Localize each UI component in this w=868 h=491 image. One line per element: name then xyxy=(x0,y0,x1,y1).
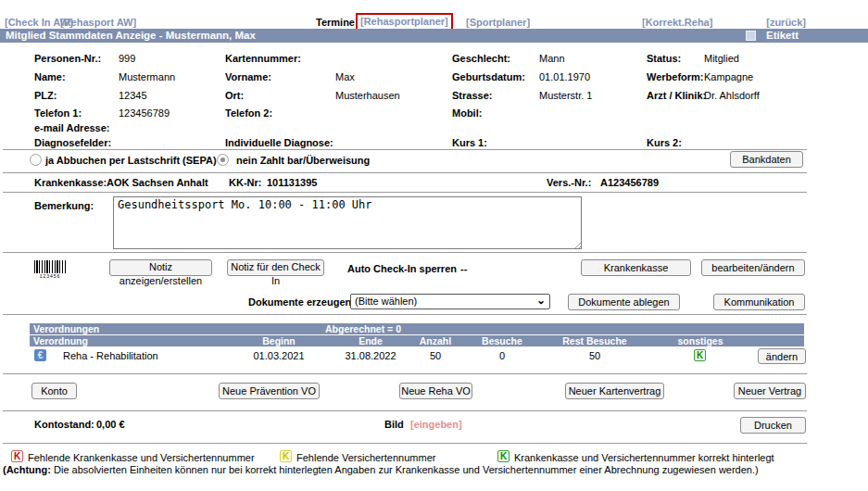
legend-red-text: Fehlende Krankenkasse und Versichertennu… xyxy=(28,452,255,463)
plz-value: 12345 xyxy=(119,90,147,101)
verordnung-besuche: 0 xyxy=(470,350,535,361)
col-anzahl: Anzahl xyxy=(403,335,468,346)
kontostand-value: 0,00 € xyxy=(96,419,125,430)
nav-rehasport-aw[interactable]: [Rehasport AW] xyxy=(60,17,136,28)
col-beginn: Beginn xyxy=(237,335,321,346)
werbeform-label: Werbeform: xyxy=(647,71,704,82)
vers-nr-value: A123456789 xyxy=(600,177,659,188)
verordnung-anzahl: 50 xyxy=(403,350,468,361)
nav-korrekt-reha[interactable]: [Korrekt.Reha] xyxy=(642,17,712,28)
vorname-label: Vorname: xyxy=(225,71,271,82)
legend-yellow-text: Fehlende Versichertennummer xyxy=(296,452,435,463)
notiz-anzeigen-button[interactable]: Notiz anzeigen/erstellen xyxy=(109,259,212,276)
verordnungen-column-header: Verordnung Beginn Ende Anzahl Besuche Re… xyxy=(30,335,804,346)
separator xyxy=(3,149,807,150)
kk-nr-label: KK-Nr: xyxy=(229,177,261,188)
verordnung-name: Reha - Rehabilitation xyxy=(63,350,158,361)
vorname-value: Max xyxy=(335,71,355,82)
status-label: Status: xyxy=(647,53,681,64)
werbeform-value: Kampagne xyxy=(704,71,753,82)
etikett-checkbox[interactable] xyxy=(746,31,756,41)
title-bar: Mitglied Stammdaten Anzeige - Mustermann… xyxy=(0,29,868,43)
drucken-button[interactable]: Drucken xyxy=(740,417,806,434)
radio-bar-ueberweisung[interactable] xyxy=(217,154,229,166)
kurs1-label: Kurs 1: xyxy=(452,137,487,148)
nav-zurueck[interactable]: [zurück] xyxy=(766,17,806,28)
euro-icon: € xyxy=(34,349,46,361)
legend-achtung-note: (Achtung: Die absolvierten Einheiten kön… xyxy=(3,464,759,475)
chevron-down-icon: ⌄ xyxy=(536,294,546,308)
nav-sportplaner[interactable]: [Sportplaner] xyxy=(466,17,530,28)
status-value: Mitglied xyxy=(704,53,739,64)
name-value: Mustermann xyxy=(119,71,175,82)
personen-nr-label: Personen-Nr.: xyxy=(34,53,101,64)
dokumente-select[interactable]: (Bitte wählen) ⌄ xyxy=(350,294,550,309)
kurs2-label: Kurs 2: xyxy=(647,137,682,148)
individuelle-diagnose-label: Individuelle Diagnose: xyxy=(225,137,333,148)
telefon2-label: Telefon 2: xyxy=(225,107,272,119)
k-yellow-icon: K xyxy=(280,450,292,462)
member-barcode: 123456 xyxy=(34,260,66,279)
geburtsdatum-label: Geburtsdatum: xyxy=(452,71,525,82)
col-sonstiges: sonstiges xyxy=(659,335,742,346)
personen-nr-value: 999 xyxy=(119,53,135,64)
geschlecht-label: Geschlecht: xyxy=(452,53,510,64)
abgerechnet-label: Abgerechnet = 0 xyxy=(298,323,428,334)
neuer-vertrag-button[interactable]: Neuer Vertrag xyxy=(734,383,806,399)
separator xyxy=(3,373,807,374)
separator xyxy=(3,410,807,411)
legend-green-text: Krankenkasse und Versichertennummer korr… xyxy=(514,452,774,463)
geburtsdatum-value: 01.01.1970 xyxy=(539,71,590,82)
auto-checkin-label: Auto Check-In sperren xyxy=(347,263,457,274)
aendern-button[interactable]: ändern xyxy=(758,348,806,364)
verordnung-rest-besuche: 50 xyxy=(544,350,646,361)
radio-lastschrift-label: ja Abbuchen per Lastschrift (SEPA) xyxy=(45,155,217,166)
top-navigation: [Check In AW] [Rehasport AW] Termine [Re… xyxy=(0,15,868,30)
separator xyxy=(3,314,807,315)
telefon1-label: Telefon 1: xyxy=(34,107,82,119)
arzt-klinik-label: Arzt / Klinik: xyxy=(647,90,706,101)
diagnosefelder-label: Diagnosefelder: xyxy=(34,137,111,148)
bemerkung-label: Bemerkung: xyxy=(34,200,94,211)
neuer-kartenvertrag-button[interactable]: Neuer Kartenvertrag xyxy=(565,383,664,399)
bild-label: Bild xyxy=(384,419,404,430)
page-title: Mitglied Stammdaten Anzeige - Mustermann… xyxy=(6,29,256,43)
neue-praevention-vo-button[interactable]: Neue Prävention VO xyxy=(219,383,320,399)
verordnung-beginn: 01.03.2021 xyxy=(237,350,321,361)
krankenkasse-button[interactable]: Krankenkasse xyxy=(581,259,691,276)
strasse-value: Musterstr. 1 xyxy=(539,90,592,101)
strasse-label: Strasse: xyxy=(452,90,492,101)
bemerkung-textarea[interactable]: Gesundheitssport Mo. 10:00 - 11:00 Uhr xyxy=(113,196,582,249)
notiz-checkin-button[interactable]: Notiz für den Check In xyxy=(227,259,324,276)
dokumente-ablegen-button[interactable]: Dokumente ablegen xyxy=(568,294,680,310)
kontostand-label: Kontostand: xyxy=(34,419,94,430)
table-row: € Reha - Rehabilitation 01.03.2021 31.08… xyxy=(30,349,804,366)
bankdaten-button[interactable]: Bankdaten xyxy=(730,151,803,168)
bearbeiten-aendern-button[interactable]: bearbeiten/ändern xyxy=(701,259,805,276)
separator xyxy=(3,172,807,173)
auto-checkin-value: -- xyxy=(460,263,467,274)
k-red-icon: K xyxy=(11,450,23,462)
nav-rehasportplaner[interactable]: [Rehasportplaner] xyxy=(360,16,448,27)
krankenkasse-value: AOK Sachsen Anhalt xyxy=(107,177,208,188)
kk-nr-value: 101131395 xyxy=(267,177,317,188)
separator xyxy=(3,192,807,193)
kommunikation-button[interactable]: Kommunikation xyxy=(713,294,805,310)
bild-eingeben-link[interactable]: [eingeben] xyxy=(410,419,462,430)
radio-lastschrift[interactable] xyxy=(30,154,42,166)
col-rest-besuche: Rest Besuche xyxy=(544,335,646,346)
radio-bar-ueberweisung-label: nein Zahlt bar/Überweisung xyxy=(236,155,370,166)
col-besuche: Besuche xyxy=(470,335,535,346)
konto-button[interactable]: Konto xyxy=(31,383,77,399)
achtung-text: Die absolvierten Einheiten können nur be… xyxy=(51,464,759,475)
geschlecht-value: Mann xyxy=(539,53,565,64)
col-verordnung: Verordnung xyxy=(33,335,88,346)
barcode-number: 123456 xyxy=(34,273,66,279)
k-green-icon: K xyxy=(497,450,509,462)
nav-termine: Termine xyxy=(316,17,355,28)
kartennummer-label: Kartennummer: xyxy=(225,53,301,64)
verordnung-ende: 31.08.2022 xyxy=(329,350,412,361)
krankenkasse-label: Krankenkasse: xyxy=(34,177,107,188)
neue-reha-vo-button[interactable]: Neue Reha VO xyxy=(399,383,472,399)
separator xyxy=(3,443,807,444)
